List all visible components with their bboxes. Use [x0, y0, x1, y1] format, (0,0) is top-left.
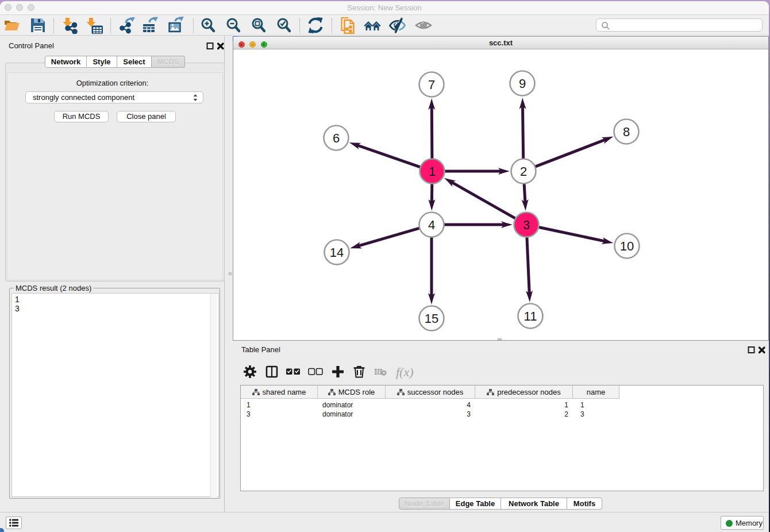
svg-text:7: 7 — [428, 78, 435, 92]
svg-text:11: 11 — [524, 309, 537, 323]
svg-text:2: 2 — [520, 164, 527, 179]
svg-text:4: 4 — [428, 218, 435, 232]
svg-text:15: 15 — [425, 311, 438, 326]
svg-text:8: 8 — [623, 125, 630, 139]
svg-text:1: 1 — [429, 164, 436, 179]
svg-text:f(x): f(x) — [396, 365, 414, 379]
svg-text:9: 9 — [519, 76, 526, 91]
svg-text:10: 10 — [620, 239, 634, 253]
svg-text:14: 14 — [330, 245, 344, 260]
svg-text:3: 3 — [523, 218, 530, 232]
svg-text:6: 6 — [333, 131, 340, 145]
